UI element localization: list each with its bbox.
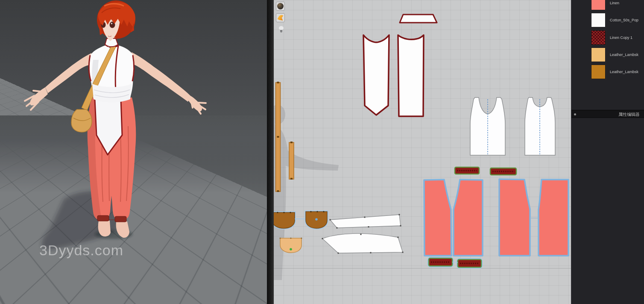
bag-3d (71, 109, 92, 132)
fabric-swatch (591, 47, 606, 62)
pattern-strap-short[interactable] (289, 142, 294, 180)
fabric-row-leather-light[interactable]: Leather_Lambsk (571, 46, 644, 63)
avatar-silhouette-2d (274, 105, 339, 280)
pin-button[interactable] (277, 25, 286, 34)
pattern-cuff-bottom-right[interactable] (458, 260, 481, 267)
fabric-swatch (591, 65, 606, 79)
pattern-waist-panel[interactable] (322, 233, 404, 254)
fabric-row-leather-dark[interactable]: Leather_Lambsk (571, 63, 644, 80)
cuff-seam-connector (452, 262, 458, 263)
watermark: 3Dyyds.com (39, 242, 123, 259)
pattern-waist-tie[interactable] (330, 214, 401, 229)
pattern-top-front[interactable] (470, 97, 505, 155)
fabric-row-cotton[interactable]: Cotton_50s_Pop (571, 12, 644, 29)
pattern-bag-flap-3[interactable] (279, 237, 302, 253)
fabric-label: Linen (610, 0, 644, 12)
pattern-strap-long[interactable] (276, 82, 281, 192)
fabric-row-linen-copy[interactable]: Linen Copy 1 (571, 29, 644, 46)
property-editor-title: 属性编辑器 (618, 110, 640, 118)
fabric-row-linen[interactable]: Linen (571, 0, 644, 12)
fabric-label: Cotton_50s_Pop (610, 12, 644, 29)
fabric-label: Linen Copy 1 (610, 29, 644, 46)
pattern-bag-flap-1[interactable] (274, 212, 295, 228)
fabric-swatch (591, 30, 606, 45)
collapse-dot-icon (574, 113, 576, 115)
fabric-swatch (591, 13, 606, 27)
property-editor-header[interactable]: 属性编辑器 (571, 110, 644, 118)
fabric-texture-icon (278, 15, 284, 21)
garment-design-app: 3Dyyds.com (0, 0, 644, 304)
panel-splitter[interactable] (267, 0, 274, 304)
fabric-swatch (591, 0, 606, 10)
pattern-sash-back[interactable] (398, 35, 424, 116)
pattern-pant-front-right[interactable] (454, 180, 483, 256)
pattern-collar[interactable] (400, 15, 437, 23)
pattern-pant-back-left[interactable] (499, 179, 530, 256)
fabric-label: Leather_Lambsk (610, 63, 644, 80)
pattern-cuff-top-left[interactable] (455, 167, 479, 174)
viewport-3d[interactable]: 3Dyyds.com (0, 0, 267, 304)
pattern-sash-front[interactable] (363, 35, 389, 115)
fabric-texture-button[interactable] (276, 13, 285, 22)
pattern-top-back[interactable] (525, 97, 555, 155)
pattern-cuff-top-right[interactable] (490, 168, 516, 175)
fabric-label: Leather_Lambsk (610, 46, 644, 63)
pattern-cuff-bottom-left[interactable] (429, 258, 452, 266)
pattern-pant-back-right[interactable] (539, 180, 568, 256)
viewport-2d[interactable] (274, 0, 571, 304)
fabric-sidebar: Linen Cotton_50s_Pop Linen Copy 1 Leathe… (571, 0, 644, 304)
show-avatar-button[interactable] (276, 2, 285, 11)
pattern-bag-flap-2[interactable] (306, 211, 327, 228)
show-avatar-icon (277, 3, 284, 9)
pin-icon (278, 26, 284, 33)
pattern-pant-front-left[interactable] (424, 180, 451, 256)
